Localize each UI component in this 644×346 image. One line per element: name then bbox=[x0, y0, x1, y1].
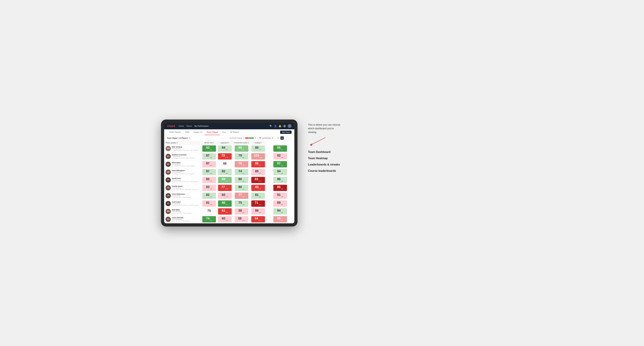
nav-teams[interactable]: Teams bbox=[186, 125, 192, 127]
nav-my-performance[interactable]: My Performance bbox=[194, 125, 208, 127]
player-cell-7[interactable]: JC Josh Coles 1-5 Handicap Royal North D… bbox=[164, 200, 201, 208]
user-icon[interactable]: 👤 bbox=[274, 125, 277, 127]
player-cell-0[interactable]: BM Blair McHarg Plus Handicap Royal Nort… bbox=[164, 145, 201, 153]
score-box: 85 3▼ bbox=[251, 169, 265, 175]
score-box: 75 2▲ bbox=[235, 200, 248, 207]
score-cell-around_green: 83 6▼ bbox=[250, 184, 266, 192]
tabs-bar: PGAT Players PGA Hcaps 1-5 Team Clippd T… bbox=[164, 129, 294, 135]
score-value: 97 bbox=[277, 162, 281, 165]
player-cell-4[interactable]: DF David Ford ✓ Plus Handicap Royal Nort… bbox=[164, 176, 201, 184]
player-cell-1[interactable]: EC Edward Crossman 1-5 Handicap Sunningd… bbox=[164, 153, 201, 161]
player-handicap: 1-5 Handicap bbox=[172, 164, 200, 165]
score-change: 4▼ bbox=[281, 220, 283, 221]
grid-view-button[interactable]: ⊞ bbox=[276, 136, 280, 140]
bell-icon[interactable]: 🔔 bbox=[278, 125, 282, 127]
tab-pga[interactable]: PGA bbox=[183, 129, 192, 135]
score-value: 61 bbox=[222, 209, 225, 212]
player-cell-3[interactable]: DB Dave Billingham 1-5 Handicap Gog Mago… bbox=[164, 168, 201, 176]
tab-pgat-players[interactable]: PGAT Players bbox=[167, 129, 183, 135]
score-change: 6▼ bbox=[259, 188, 261, 190]
score-change: 8▼ bbox=[281, 188, 283, 190]
score-value: 84 bbox=[222, 146, 225, 149]
list-view-button[interactable]: ≡ bbox=[284, 136, 288, 140]
col-off-tee[interactable]: Off the Tee ▾ bbox=[201, 141, 217, 145]
heatmap-view-button[interactable]: ▦ bbox=[280, 136, 284, 140]
player-info: Elliot Ebert 1-5 Handicap Sunningdale Go… bbox=[172, 162, 200, 167]
score-box: 97 5▲ bbox=[273, 161, 287, 168]
score-value: 89 bbox=[222, 177, 225, 181]
score-box: 94 1▲ bbox=[273, 169, 287, 175]
score-change: 2▲ bbox=[242, 204, 244, 205]
player-name: Chris Robertson ✓ bbox=[172, 193, 200, 195]
player-name: Matt Miller bbox=[172, 209, 200, 211]
tab-tour[interactable]: Tour bbox=[220, 129, 228, 135]
last-rounds-value: 20 bbox=[272, 137, 274, 139]
score-value: 71 bbox=[254, 201, 258, 204]
score-change: 8▲ bbox=[242, 149, 244, 151]
score-box: 82 4▲ bbox=[218, 169, 232, 175]
score-cell-quality: 93 4▲ bbox=[201, 145, 217, 153]
score-box: 103 15▲ bbox=[251, 153, 265, 160]
col-player-quality[interactable]: Player Quality ▾ bbox=[164, 141, 201, 145]
score-box: 89 2▼ bbox=[273, 200, 287, 207]
col-around-green[interactable]: Around the Green ▾ bbox=[233, 141, 250, 145]
tab-team-clippd[interactable]: Team Clippd bbox=[204, 129, 220, 135]
user-avatar[interactable]: U bbox=[288, 124, 292, 128]
score-value: 85 bbox=[255, 170, 258, 173]
settings-icon[interactable]: ⚙️ bbox=[283, 125, 286, 127]
player-club: Sunningdale Golf Club, United Kingdom bbox=[172, 157, 200, 159]
score-change: 3▲ bbox=[242, 180, 244, 182]
player-avatar: AN bbox=[166, 217, 171, 222]
score-value: 83 bbox=[255, 185, 258, 188]
table-row: EC Edward Crossman 1-5 Handicap Sunningd… bbox=[164, 153, 294, 161]
player-cell-9[interactable]: AN Aaron Nicholls 11-15 Handicap Drift G… bbox=[164, 215, 201, 223]
player-name: Charlie Quick ✓ bbox=[172, 185, 200, 187]
score-change: 9▲ bbox=[242, 157, 244, 158]
score-cell-putting: 94 3▲ bbox=[266, 208, 294, 215]
score-box: 61 3▼ bbox=[218, 208, 232, 215]
verified-icon: ✓ bbox=[185, 193, 186, 195]
player-cell-8[interactable]: MM Matt Miller 6-10 Handicap Woburn Golf… bbox=[164, 208, 201, 215]
score-cell-quality: 74 8▲ bbox=[201, 215, 217, 223]
table-row: DB Dave Billingham 1-5 Handicap Gog Mago… bbox=[164, 168, 294, 176]
add-team-button[interactable]: Add Team bbox=[280, 131, 292, 134]
tab-all-players[interactable]: All Players bbox=[228, 129, 241, 135]
score-value: 83 bbox=[254, 177, 258, 181]
nav-home[interactable]: Home bbox=[179, 125, 184, 127]
score-change: 11▼ bbox=[258, 204, 262, 205]
export-button[interactable]: ↓ bbox=[288, 136, 292, 140]
edit-icon[interactable]: ✏️ bbox=[189, 137, 190, 139]
player-name: David Ford ✓ bbox=[172, 177, 200, 179]
score-value: 95 bbox=[277, 146, 281, 149]
verified-icon: ✓ bbox=[181, 177, 182, 179]
player-cell-2[interactable]: EE Elliot Ebert 1-5 Handicap Sunningdale… bbox=[164, 161, 201, 168]
score-box: 83 3▼ bbox=[202, 185, 216, 191]
player-club: Gog Magog Golf Club, United Kingdom bbox=[172, 173, 200, 174]
score-value: 86 bbox=[255, 162, 258, 165]
data-table-container: Player Quality ▾ Off the Tee ▾ Approach … bbox=[164, 141, 294, 223]
search-icon[interactable]: 🔍 bbox=[270, 125, 272, 127]
score-value: 82 bbox=[206, 193, 210, 196]
score-box: 74 8▲ bbox=[202, 216, 216, 222]
score-value: 80 bbox=[238, 185, 242, 188]
player-cell-6[interactable]: CR Chris Robertson ✓ 1-5 Handicap Craigm… bbox=[164, 192, 201, 200]
col-putting[interactable]: Putting ▾ bbox=[250, 141, 266, 145]
score-value: 58 bbox=[238, 209, 242, 212]
player-cell-5[interactable]: CQ Charlie Quick ✓ 6-10 Handicap St. Geo… bbox=[164, 184, 201, 192]
score-box: 74 1▲ bbox=[235, 169, 248, 175]
tablet-device: clippd Home Teams My Performance 🔍 👤 🔔 ⚙… bbox=[161, 120, 298, 226]
score-cell-around_green: 85 3▼ bbox=[250, 168, 266, 176]
score-cell-quality: 82 3▲ bbox=[201, 192, 217, 200]
player-handicap: 11-15 Handicap bbox=[172, 219, 200, 220]
score-value: 88 bbox=[223, 162, 226, 165]
score-cell-off_tee: 82 4▲ bbox=[217, 168, 233, 176]
col-approach[interactable]: Approach ▾ bbox=[217, 141, 233, 145]
score-cell-putting: 91 3▼ bbox=[266, 192, 294, 200]
player-name: Aaron Nicholls bbox=[172, 217, 200, 219]
score-change: 2▲ bbox=[226, 196, 228, 198]
tab-hcaps[interactable]: Hcaps 1-5 bbox=[192, 129, 204, 135]
round-change-neg: -5 bbox=[243, 137, 244, 139]
last-rounds-button[interactable]: 📅 Last Rounds: 20 bbox=[258, 137, 275, 140]
player-club: Royal North Devon Golf Club, United King… bbox=[172, 149, 200, 151]
svg-line-0 bbox=[312, 138, 326, 145]
